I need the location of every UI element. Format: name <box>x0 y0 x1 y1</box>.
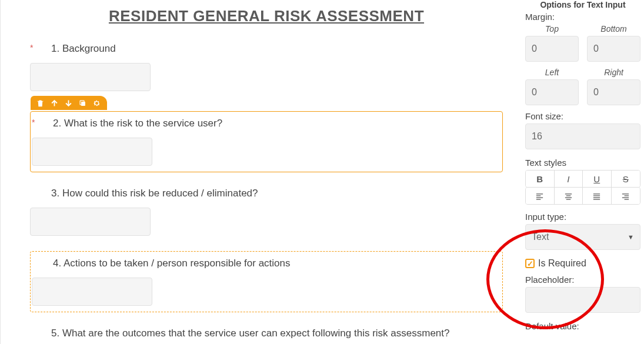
align-right-button[interactable] <box>612 188 640 204</box>
margin-right-label: Right <box>587 68 640 77</box>
input-type-value: Text <box>532 232 549 242</box>
margin-label: Margin: <box>525 12 640 22</box>
chevron-down-icon: ▼ <box>628 233 634 241</box>
align-justify-button[interactable] <box>583 188 612 204</box>
align-left-button[interactable] <box>526 188 555 204</box>
arrow-down-icon[interactable] <box>64 98 73 108</box>
placeholder-input[interactable] <box>525 287 640 313</box>
text-input-field[interactable] <box>30 208 151 236</box>
question-block-1[interactable]: * 1. Background <box>30 43 503 91</box>
properties-panel: Options for Text Input Margin: Top Botto… <box>520 0 644 344</box>
margin-left-label: Left <box>525 68 579 77</box>
default-value-label: Default value: <box>525 321 640 331</box>
input-type-label: Input type: <box>525 212 640 222</box>
text-styles-label: Text styles <box>525 158 640 168</box>
question-block-4-hover[interactable]: 4. Actions to be taken / person responsi… <box>30 251 503 312</box>
underline-button[interactable]: U <box>583 171 612 187</box>
question-text: 4. Actions to be taken / person responsi… <box>53 258 291 269</box>
question-text: 2. What is the risk to the service user? <box>53 118 222 129</box>
is-required-checkbox[interactable] <box>525 259 535 268</box>
italic-button[interactable]: I <box>555 171 583 187</box>
margin-bottom-input[interactable] <box>587 36 640 62</box>
text-input-field[interactable] <box>32 278 152 306</box>
align-center-button[interactable] <box>555 188 583 204</box>
gear-icon[interactable] <box>92 98 101 108</box>
svg-rect-0 <box>81 102 85 106</box>
required-mark: * <box>32 118 44 127</box>
margin-bottom-label: Bottom <box>587 24 640 34</box>
is-required-label: Is Required <box>538 258 586 269</box>
margin-right-input[interactable] <box>587 79 640 105</box>
question-text: 5. What are the outcomes that the servic… <box>51 328 450 339</box>
text-style-row-2 <box>525 187 640 205</box>
element-toolbar <box>31 96 107 110</box>
font-size-input[interactable] <box>525 123 640 149</box>
required-mark: * <box>30 43 42 52</box>
copy-icon[interactable] <box>78 98 87 108</box>
question-text: 3. How could this risk be reduced / elim… <box>51 188 258 199</box>
question-text: 1. Background <box>51 43 116 55</box>
text-style-row-1: B I U S <box>525 170 640 188</box>
panel-title: Options for Text Input <box>525 0 640 9</box>
margin-left-input[interactable] <box>525 79 579 105</box>
strikethrough-button[interactable]: S <box>612 171 640 187</box>
text-input-field[interactable] <box>30 63 151 91</box>
question-block-3[interactable]: 3. How could this risk be reduced / elim… <box>30 188 503 236</box>
margin-top-label: Top <box>525 24 579 34</box>
trash-icon[interactable] <box>35 98 45 108</box>
margin-top-input[interactable] <box>525 36 579 62</box>
arrow-up-icon[interactable] <box>49 98 59 108</box>
question-block-2-selected[interactable]: * 2. What is the risk to the service use… <box>30 111 503 172</box>
form-title: RESIDENT GENERAL RISK ASSESSMENT <box>30 7 503 25</box>
form-canvas: RESIDENT GENERAL RISK ASSESSMENT * 1. Ba… <box>0 0 520 344</box>
question-block-5[interactable]: 5. What are the outcomes that the servic… <box>30 328 503 344</box>
placeholder-label: Placeholder: <box>525 275 640 285</box>
text-input-field[interactable] <box>32 138 152 166</box>
input-type-select[interactable]: Text ▼ <box>525 224 640 250</box>
bold-button[interactable]: B <box>526 171 555 187</box>
font-size-label: Font size: <box>525 111 640 121</box>
